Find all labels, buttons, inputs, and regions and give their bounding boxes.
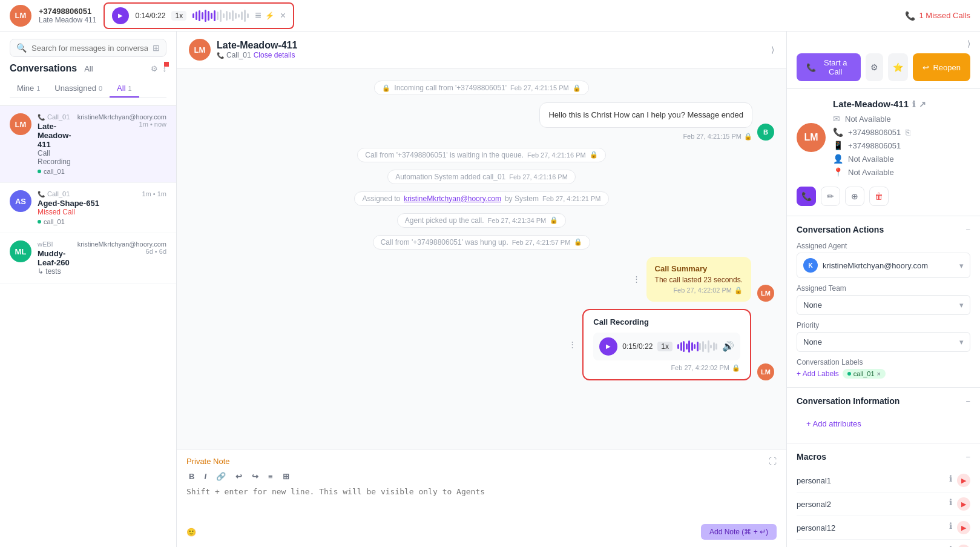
search-input[interactable]	[31, 44, 148, 53]
sort-icon[interactable]: ↕	[163, 64, 167, 73]
conversation-avatar: ML	[10, 240, 31, 262]
macro-info-icon[interactable]: ℹ	[949, 521, 952, 534]
add-attributes-button[interactable]: + Add attributes	[797, 413, 970, 434]
chat-header-avatar: LM	[189, 39, 211, 61]
macro-actions: ℹ ▶	[949, 521, 970, 534]
contact-action-merge[interactable]: ⊕	[845, 187, 864, 206]
label-tag: call_01 ×	[843, 369, 886, 379]
tab-unassigned[interactable]: Unassigned 0	[47, 80, 110, 98]
missed-calls-indicator[interactable]: 📞 1 Missed Calls	[905, 11, 970, 21]
right-panel: ⟩ 📞 Start a Call ⚙ ⭐ ↩ Reopen LM	[786, 31, 980, 547]
conversation-item[interactable]: LM 📞 Call_01 Late-Meadow-411 Call Record…	[0, 106, 176, 183]
conv-sub: Call Recording	[38, 149, 77, 166]
start-call-button[interactable]: 📞 Start a Call	[797, 53, 861, 81]
assigned-team-dropdown[interactable]: None ▾	[797, 295, 970, 315]
bookmark-button[interactable]: ⭐	[888, 53, 908, 81]
contact-avatar: LM	[797, 123, 826, 152]
label-remove-icon[interactable]: ×	[877, 370, 881, 377]
contact-extra2-row: 📍 Not Available	[833, 167, 926, 177]
macro-run-icon[interactable]: ▶	[957, 521, 970, 534]
search-expand-icon[interactable]: ⊞	[153, 43, 160, 53]
agent-link[interactable]: kristineMkrtchyan@hoory.com	[404, 194, 501, 203]
tab-mine[interactable]: Mine 1	[10, 80, 47, 98]
section-title: Conversation Actions	[797, 225, 884, 234]
copy-icon[interactable]: ⎘	[906, 128, 910, 137]
collapse-panel-icon[interactable]: ⟩	[771, 45, 774, 55]
external-link-icon[interactable]: ↗	[919, 99, 926, 109]
recording-volume-icon[interactable]: 🔊	[722, 340, 734, 352]
lm-avatar: LM	[757, 285, 774, 302]
assigned-agent-dropdown[interactable]: K kristineMkrtchyan@hoory.com ▾	[797, 253, 970, 278]
undo-button[interactable]: ↩	[233, 471, 245, 482]
lock-icon: 🔒	[744, 133, 752, 141]
redo-button[interactable]: ↪	[249, 471, 261, 482]
search-icon: 🔍	[16, 43, 27, 53]
phone-icon: 📞	[905, 11, 915, 21]
conv-labels-label: Conversation Labels	[797, 358, 970, 366]
conversation-item[interactable]: AS 📞 Call_01 Aged-Shape-651 Missed Call	[0, 183, 176, 233]
contact-action-call[interactable]: 📞	[797, 187, 816, 206]
audio-speed[interactable]: 1x	[171, 11, 186, 21]
macro-run-icon[interactable]: ▶	[957, 497, 970, 511]
call-recording-row: ⋮ Call Recording ▶ 0:15/0:22 1x	[189, 309, 774, 380]
macro-run-icon[interactable]: ▶	[957, 545, 970, 547]
add-note-button[interactable]: Add Note (⌘ + ↵)	[701, 524, 777, 540]
contact-extra1-row: 👤 Not Available	[833, 154, 926, 164]
priority-dropdown[interactable]: None ▾	[797, 332, 970, 352]
reopen-button[interactable]: ↩ Reopen	[913, 53, 970, 81]
right-panel-collapse-icon[interactable]: ⟩	[967, 39, 970, 48]
message-actions-dots[interactable]: ⋮	[568, 340, 576, 349]
section-collapse-icon[interactable]: −	[965, 397, 970, 406]
sidebar: 🔍 ⊞ Conversations All ⚙ ↕ Mine	[0, 31, 177, 547]
tab-all[interactable]: All 1	[110, 80, 139, 98]
sidebar-all-label: All	[84, 64, 93, 73]
phone2-icon: 📱	[833, 141, 843, 150]
section-title: Macros	[797, 452, 826, 462]
msg-time: Feb 27, 4:21:57 PM	[512, 239, 571, 246]
macro-info-icon[interactable]: ℹ	[949, 474, 952, 487]
assigned-agent-label: Assigned Agent	[797, 242, 970, 250]
macro-actions: ℹ ▶	[949, 545, 970, 547]
note-expand-icon[interactable]: ⛶	[769, 457, 777, 466]
system-message: 🔒 Incoming call from '+37498806051' Feb …	[189, 81, 774, 95]
conv-meta: 📞 Call_01	[38, 113, 77, 121]
close-details-link[interactable]: Close details	[254, 51, 295, 59]
audio-play-button[interactable]: ▶	[112, 7, 129, 24]
italic-button[interactable]: I	[202, 471, 209, 482]
search-bar[interactable]: 🔍 ⊞	[10, 39, 166, 57]
bold-button[interactable]: B	[186, 471, 197, 482]
top-bar-avatar: LM	[10, 5, 31, 27]
conversation-actions-section: Conversation Actions − Assigned Agent K …	[787, 216, 980, 388]
list-button[interactable]: ≡	[266, 471, 275, 482]
audio-speed-icon[interactable]: ⚡	[265, 12, 274, 20]
reopen-icon: ↩	[922, 63, 929, 72]
ordered-list-button[interactable]: ⊞	[280, 471, 292, 482]
agent-name: kristineMkrtchyan@hoory.com	[823, 261, 955, 270]
sidebar-header: 🔍 ⊞ Conversations All ⚙ ↕ Mine	[0, 31, 176, 106]
note-input[interactable]	[186, 487, 777, 517]
macro-run-icon[interactable]: ▶	[957, 474, 970, 487]
call-recording-player: ▶ 0:15/0:22 1x	[593, 333, 740, 360]
info-icon[interactable]: ℹ	[912, 99, 915, 109]
audio-close-button[interactable]: ×	[280, 10, 286, 21]
msg-time: Feb 27, 4:21:16 PM	[509, 173, 568, 181]
macro-info-icon[interactable]: ℹ	[949, 497, 952, 511]
add-label-button[interactable]: + Add Labels	[797, 370, 839, 378]
message-actions-dots[interactable]: ⋮	[633, 274, 640, 283]
section-collapse-icon[interactable]: −	[965, 453, 970, 462]
link-button[interactable]: 🔗	[214, 471, 228, 482]
emoji-button[interactable]: 🙂	[186, 528, 196, 537]
audio-volume-icon[interactable]: ≡	[255, 9, 261, 22]
settings-button[interactable]: ⚙	[866, 53, 883, 81]
contact-action-delete[interactable]: 🗑	[869, 187, 889, 206]
contact-action-edit[interactable]: ✏	[821, 187, 840, 206]
recording-speed[interactable]: 1x	[657, 342, 673, 351]
macro-info-icon[interactable]: ℹ	[949, 545, 952, 547]
recording-play-button[interactable]: ▶	[599, 337, 617, 356]
section-collapse-icon[interactable]: −	[965, 225, 970, 234]
conversation-item[interactable]: ML wEBI Muddy-Leaf-260 ↳ tests kristineM…	[0, 233, 176, 283]
sidebar-title-row: Conversations All ⚙ ↕	[10, 63, 166, 74]
call-summary-text: The call lasted 23 seconds.	[655, 276, 743, 284]
filter-icon[interactable]: ⚙	[151, 64, 158, 73]
conv-name: Muddy-Leaf-260	[38, 249, 77, 267]
